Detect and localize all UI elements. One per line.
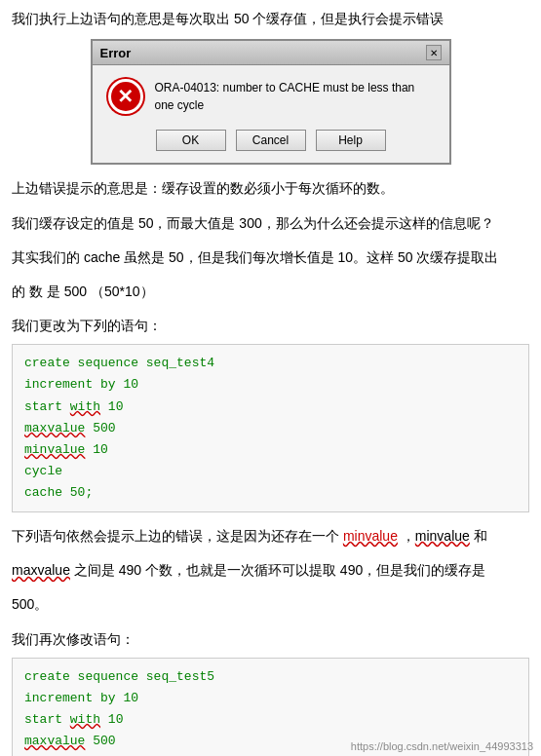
ok-button[interactable]: OK [156,130,226,151]
minvalue-highlight2: minvalue [415,528,470,544]
section-heading2: 我们再次修改语句： [12,627,529,652]
code2-line2: increment by 10 [24,691,138,705]
code1-line6: cycle [24,464,62,478]
squiggly-maxvalue2: maxvalue [24,734,85,748]
minvalue-highlight1: minvalue [343,528,398,544]
code1-line3: start with 10 [24,399,123,414]
explanation5: 下列语句依然会提示上边的错误，这是因为还存在一个 minvalue ，minva… [12,524,529,548]
code1-line5: minvalue 10 [24,442,108,457]
dialog-close-button[interactable]: ✕ [426,45,442,60]
explanation3: 其实我们的 cache 虽然是 50，但是我们每次增长值是 10。这样 50 次… [12,246,529,270]
squiggly-minvalue1: minvalue [24,442,85,457]
code-block1: create sequence seq_test4 increment by 1… [12,344,529,512]
code2-line1: create sequence seq_test5 [24,669,214,684]
error-icon: ✕ [108,79,143,114]
code2-line3: start with 10 [24,712,123,727]
intro-text: 我们执行上边语句的意思是每次取出 50 个缓存值，但是执行会提示错误 [12,8,529,29]
code1-line2: increment by 10 [24,377,138,392]
dialog-buttons: OK Cancel Help [93,124,449,163]
code1-line7: cache 50; [24,485,93,500]
dialog-overlay: Error ✕ ✕ ORA-04013: number to CACHE mus… [12,39,529,165]
footer-link: https://blog.csdn.net/weixin_44993313 [351,740,533,752]
explanation2: 我们缓存设定的值是 50，而最大值是 300，那么为什么还会提示这样的信息呢？ [12,211,529,236]
code1-line1: create sequence seq_test4 [24,356,214,370]
squiggly-with2: with [70,712,100,727]
cancel-button[interactable]: Cancel [236,130,306,151]
help-button[interactable]: Help [316,130,386,151]
section-heading1: 我们更改为下列的语句： [12,314,529,338]
dialog-title: Error [100,46,132,60]
code1-line4: maxvalue 500 [24,421,116,435]
error-x-symbol: ✕ [117,87,134,106]
dialog-message: ORA-04013: number to CACHE must be less … [155,79,434,114]
squiggly-with1: with [70,399,100,414]
explanation7: 500。 [12,592,529,617]
explanation2-text: 我们缓存设定的值是 50，而最大值是 300，那么为什么还会提示这样的信息呢？ [12,215,494,231]
error-dialog: Error ✕ ✕ ORA-04013: number to CACHE mus… [91,39,451,165]
explanation6: maxvalue 之间是 490 个数，也就是一次循环可以提取 490，但是我们… [12,558,529,583]
maxvalue-highlight: maxvalue [12,562,70,578]
squiggly-maxvalue: maxvalue [24,421,85,435]
code2-line4: maxvalue 500 [24,734,116,748]
explanation1: 上边错误提示的意思是：缓存设置的数必须小于每次循环的数。 [12,176,529,201]
dialog-body: ✕ ORA-04013: number to CACHE must be les… [93,65,449,124]
dialog-titlebar: Error ✕ [93,41,449,65]
explanation4: 的 数 是 500 （50*10） [12,280,529,304]
